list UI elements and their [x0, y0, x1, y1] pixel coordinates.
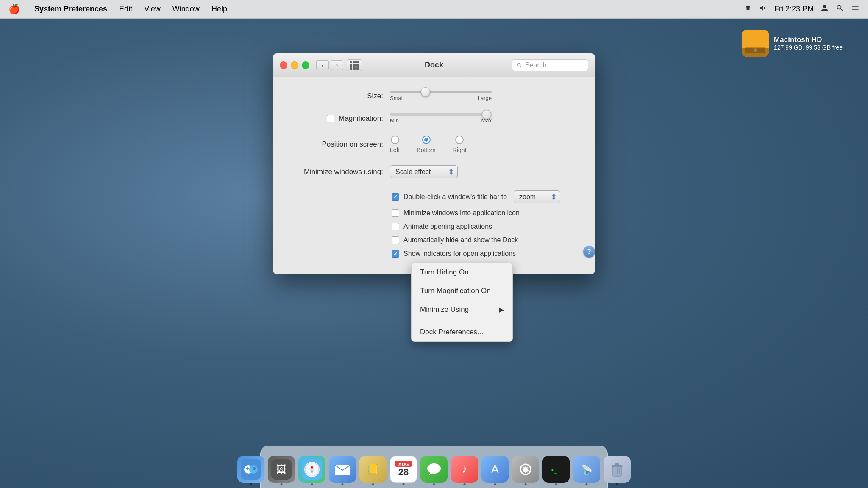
size-slider-container: Small Large: [390, 91, 492, 101]
position-left-radio[interactable]: [391, 136, 399, 144]
dock-item-trash[interactable]: [604, 456, 631, 483]
dock-preferences-window: ‹ › Dock Size: Small L: [273, 53, 595, 274]
context-menu-item-turn-magnification[interactable]: Turn Magnification On: [412, 282, 512, 300]
menu-edit[interactable]: Edit: [113, 3, 138, 15]
desktop-drive-icon[interactable]: Macintosh HD 127.99 GB, 99.53 GB free: [742, 30, 843, 57]
minimize-select-wrapper: Scale effect Genie effect ⬍: [390, 165, 458, 178]
search-input[interactable]: [525, 61, 584, 69]
show-indicators-checkbox[interactable]: [392, 250, 399, 258]
position-bottom-item: Bottom: [417, 136, 435, 153]
dock-item-music[interactable]: ♪: [451, 456, 478, 483]
auto-hide-label: Automatically hide and show the Dock: [403, 236, 518, 244]
dock-item-finder[interactable]: [237, 456, 264, 483]
calendar-icon: AUG 28: [393, 459, 414, 480]
size-slider-thumb[interactable]: [421, 87, 430, 97]
sysprefs-icon: ⚙: [515, 459, 536, 480]
minimize-select[interactable]: Scale effect Genie effect: [390, 165, 458, 178]
window-titlebar: ‹ › Dock: [273, 53, 595, 77]
context-menu-item-turn-hiding[interactable]: Turn Hiding On: [412, 263, 512, 282]
menu-view[interactable]: View: [138, 3, 167, 15]
dock-item-appstore[interactable]: A: [481, 456, 509, 483]
menubar-right: Fri 2:23 PM: [744, 4, 860, 14]
submenu-arrow: ▶: [499, 306, 504, 313]
svg-text:📒: 📒: [367, 463, 379, 475]
drive-name: Macintosh HD: [774, 36, 843, 44]
dock-item-safari[interactable]: [298, 456, 326, 483]
photos-icon: 🖼: [271, 459, 292, 480]
double-click-select-wrapper: zoom minimize fill ⬍: [514, 190, 560, 203]
mag-slider-track[interactable]: [390, 113, 492, 116]
close-button[interactable]: [280, 61, 287, 69]
dock-item-messages[interactable]: [420, 456, 448, 483]
double-click-select[interactable]: zoom minimize fill: [514, 190, 560, 203]
position-right-label: Right: [453, 147, 467, 153]
contacts-icon: 📒: [363, 459, 383, 480]
position-right-radio[interactable]: [455, 136, 464, 144]
search-icon: [517, 62, 523, 69]
position-left-label: Left: [390, 147, 400, 153]
dock-item-sysprefs[interactable]: ⚙: [512, 456, 539, 483]
animate-row: Animate opening applications: [392, 223, 578, 230]
svg-text:>_: >_: [550, 466, 557, 474]
double-click-checkbox[interactable]: [392, 193, 399, 201]
dock-context-menu: Turn Hiding On Turn Magnification On Min…: [411, 263, 513, 342]
svg-rect-0: [742, 30, 769, 57]
window-content: Size: Small Large Magnification:: [273, 77, 595, 274]
music-icon: ♪: [454, 459, 475, 480]
grid-view-button[interactable]: [347, 59, 362, 71]
mag-slider-thumb[interactable]: [482, 110, 491, 119]
menu-system-preferences[interactable]: System Preferences: [28, 3, 113, 15]
minimize-label: Minimize windows using:: [290, 168, 383, 176]
position-setting-row: Position on screen: Left Bottom Right: [290, 136, 578, 153]
animate-checkbox[interactable]: [392, 223, 399, 230]
clock: Fri 2:23 PM: [774, 5, 814, 14]
size-slider-track[interactable]: [390, 91, 492, 93]
svg-rect-41: [615, 463, 619, 466]
position-radio-group: Left Bottom Right: [390, 136, 466, 153]
minimize-into-icon-checkbox[interactable]: [392, 209, 399, 217]
search-box[interactable]: [512, 59, 588, 71]
dock: 🖼 📒 AUG 28: [260, 446, 608, 488]
magnification-checkbox[interactable]: [327, 115, 334, 122]
size-large-label: Large: [478, 95, 492, 101]
minimize-into-icon-row: Minimize windows into application icon: [392, 209, 578, 217]
apple-menu[interactable]: 🍎: [8, 4, 20, 15]
menu-help[interactable]: Help: [206, 3, 233, 15]
menu-window[interactable]: Window: [167, 3, 206, 15]
show-indicators-label: Show indicators for open applications: [403, 250, 516, 258]
dock-item-mail[interactable]: [329, 456, 356, 483]
size-setting-row: Size: Small Large: [290, 91, 578, 101]
auto-hide-checkbox[interactable]: [392, 236, 399, 244]
context-menu-item-minimize-using[interactable]: Minimize Using ▶: [412, 300, 512, 319]
help-button[interactable]: ?: [583, 246, 595, 258]
drive-icon-image: [742, 30, 769, 57]
position-bottom-radio[interactable]: [422, 136, 431, 144]
dock-item-photos[interactable]: 🖼: [268, 456, 295, 483]
notification-icon[interactable]: [851, 4, 860, 14]
minimize-setting-row: Minimize windows using: Scale effect Gen…: [290, 165, 578, 178]
dock-item-airdrop[interactable]: 📡: [573, 456, 600, 483]
dock-item-calendar[interactable]: AUG 28: [390, 456, 417, 483]
context-menu-item-dock-prefs[interactable]: Dock Preferences...: [412, 323, 512, 341]
terminal-icon: >_: [546, 459, 566, 480]
minimize-button[interactable]: [291, 61, 298, 69]
fullscreen-button[interactable]: [302, 61, 309, 69]
window-title: Dock: [425, 61, 443, 69]
svg-text:AUG: AUG: [398, 462, 409, 467]
checkboxes-section: Double-click a window's title bar to zoo…: [392, 190, 578, 258]
show-indicators-row: Show indicators for open applications: [392, 250, 578, 258]
volume-icon[interactable]: [759, 4, 768, 14]
minimize-into-icon-label: Minimize windows into application icon: [403, 209, 520, 217]
dock-item-terminal[interactable]: >_: [542, 456, 570, 483]
dock-item-contacts[interactable]: 📒: [359, 456, 387, 483]
nav-forward-button[interactable]: ›: [331, 60, 343, 70]
svg-point-2: [754, 48, 757, 52]
nav-back-button[interactable]: ‹: [316, 60, 329, 70]
user-icon[interactable]: [821, 4, 829, 14]
dropbox-icon[interactable]: [744, 4, 752, 14]
double-click-row: Double-click a window's title bar to zoo…: [392, 190, 578, 203]
svg-text:A: A: [491, 463, 499, 475]
safari-icon: [302, 459, 322, 480]
context-menu-divider: [412, 321, 512, 321]
search-menubar-icon[interactable]: [836, 4, 844, 14]
